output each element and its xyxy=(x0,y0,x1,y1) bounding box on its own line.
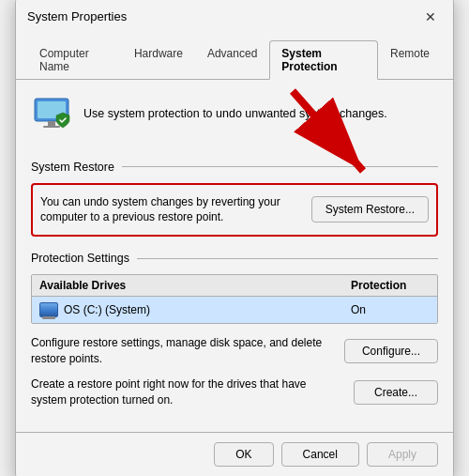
title-bar: System Properties ✕ xyxy=(16,0,453,28)
system-restore-button[interactable]: System Restore... xyxy=(311,196,429,223)
dialog-title: System Properties xyxy=(27,9,127,23)
protection-table: Available Drives Protection OS (C:) (Sys… xyxy=(31,274,438,324)
protection-status: On xyxy=(343,301,437,318)
system-properties-dialog: System Properties ✕ Computer Name Hardwa… xyxy=(15,0,454,476)
title-bar-controls: ✕ xyxy=(419,6,442,28)
cancel-button[interactable]: Cancel xyxy=(281,442,359,467)
header-section: Use system protection to undo unwanted s… xyxy=(31,93,438,146)
create-text: Create a restore point right now for the… xyxy=(31,376,344,408)
tab-computer-name[interactable]: Computer Name xyxy=(27,40,122,80)
close-button[interactable]: ✕ xyxy=(419,6,442,28)
header-text: Use system protection to undo unwanted s… xyxy=(83,107,387,120)
drive-name: OS (C:) (System) xyxy=(64,303,150,316)
tab-remote[interactable]: Remote xyxy=(378,40,442,80)
table-header: Available Drives Protection xyxy=(32,275,437,297)
restore-description: You can undo system changes by reverting… xyxy=(35,187,304,234)
configure-text: Configure restore settings, manage disk … xyxy=(31,335,335,367)
apply-button[interactable]: Apply xyxy=(367,442,438,467)
protection-settings-header: Protection Settings xyxy=(31,252,438,265)
tab-advanced[interactable]: Advanced xyxy=(195,40,269,80)
create-button[interactable]: Create... xyxy=(354,380,438,405)
protection-settings-title: Protection Settings xyxy=(31,252,129,265)
dialog-content: Use system protection to undo unwanted s… xyxy=(16,80,453,433)
protection-settings-section: Protection Settings Available Drives Pro… xyxy=(31,252,438,407)
system-restore-title: System Restore xyxy=(31,161,114,174)
drive-icon xyxy=(39,302,58,317)
create-row: Create a restore point right now for the… xyxy=(31,376,438,408)
section-divider-line xyxy=(122,166,438,167)
svg-rect-2 xyxy=(48,121,55,126)
system-restore-header: System Restore xyxy=(31,161,438,174)
drive-cell: OS (C:) (System) xyxy=(32,300,343,319)
tab-hardware[interactable]: Hardware xyxy=(122,40,195,80)
table-row[interactable]: OS (C:) (System) On xyxy=(32,297,437,323)
ok-button[interactable]: OK xyxy=(214,442,273,467)
col-drives-header: Available Drives xyxy=(32,275,343,296)
computer-icon xyxy=(31,93,72,134)
col-protection-header: Protection xyxy=(343,275,437,296)
svg-rect-3 xyxy=(43,126,60,128)
section-divider-line2 xyxy=(137,258,438,259)
tabs-bar: Computer Name Hardware Advanced System P… xyxy=(16,32,453,80)
configure-button[interactable]: Configure... xyxy=(344,339,438,363)
configure-row: Configure restore settings, manage disk … xyxy=(31,335,438,367)
tab-system-protection[interactable]: System Protection xyxy=(269,40,378,80)
restore-box: You can undo system changes by reverting… xyxy=(31,183,438,238)
dialog-footer: OK Cancel Apply xyxy=(16,432,453,476)
system-restore-section: System Restore You can undo system chang… xyxy=(31,161,438,238)
